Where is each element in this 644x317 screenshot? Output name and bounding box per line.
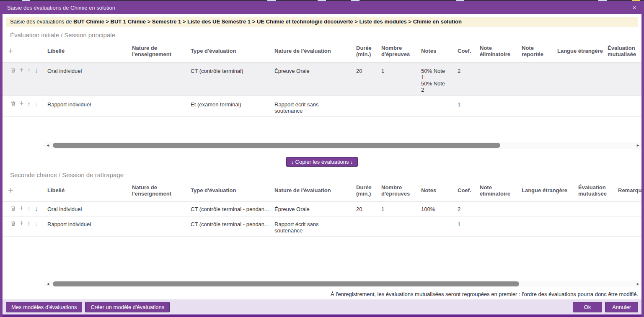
my-templates-button[interactable]: Mes modèles d'évaluations (6, 302, 82, 312)
cell-nature-enseignement (127, 201, 185, 216)
delete-icon[interactable] (10, 101, 16, 107)
insert-row-icon[interactable]: + (19, 101, 24, 107)
horizontal-scrollbar[interactable]: ◄ ► (44, 281, 641, 287)
insert-row-icon[interactable]: + (19, 220, 24, 227)
col-nature-evaluation: Nature de l'évaluation (269, 40, 351, 62)
session1-title: Évaluation initiale / Session principale (10, 31, 641, 39)
dialog-bottom-border (3, 314, 641, 317)
evaluation-row[interactable]: + ↑ ↓ Rapport individuel CT (contrôle te… (3, 216, 641, 236)
dialog-footer: Mes modèles d'évaluations Créer un modèl… (3, 299, 641, 314)
cell-type-evaluation: CT (contrôle terminal - pendan... (185, 201, 269, 216)
add-evaluation-button[interactable]: + (8, 46, 13, 57)
scroll-left-icon[interactable]: ◄ (46, 281, 50, 287)
cell-evaluation-mutualisee (602, 62, 641, 95)
cell-nombre-epreuves: 1 (376, 201, 416, 216)
breadcrumb-prefix: Saisie des évaluations de (10, 18, 73, 25)
delete-icon[interactable] (10, 220, 16, 227)
move-down-icon[interactable]: ↓ (34, 205, 39, 211)
scroll-right-icon[interactable]: ► (636, 142, 640, 148)
cell-libelle: Rapport individuel (42, 95, 127, 116)
cell-duree (351, 216, 376, 236)
column-separator (42, 40, 42, 142)
cell-note-eliminatoire (474, 95, 516, 116)
move-up-icon[interactable]: ↑ (27, 67, 31, 73)
cell-coef: 2 (452, 62, 474, 95)
col-nombre-epreuves: Nombre d'épreuves (376, 180, 416, 201)
close-icon[interactable]: × (632, 4, 636, 11)
col-libelle: Libellé (42, 40, 127, 62)
cell-evaluation-mutualisee (573, 201, 613, 216)
scrollbar-thumb[interactable] (53, 143, 500, 148)
cell-remarque (613, 201, 641, 216)
ok-button[interactable]: Ok (573, 302, 603, 312)
mutualized-note: À l'enregistrement, les évaluations mutu… (3, 291, 638, 298)
cell-note-eliminatoire (474, 201, 516, 216)
cell-langue-etrangere (552, 62, 602, 95)
cell-langue-etrangere (516, 216, 573, 236)
cell-nature-enseignement (127, 62, 185, 95)
insert-row-icon[interactable]: + (19, 205, 24, 211)
cell-nature-enseignement (127, 95, 185, 116)
cell-libelle: Oral individuel (42, 62, 127, 95)
cell-nature-evaluation: Rapport écrit sans soutenance (269, 216, 351, 236)
delete-icon[interactable] (10, 205, 16, 211)
move-up-icon[interactable]: ↑ (27, 205, 31, 211)
add-evaluation-button[interactable]: + (8, 185, 13, 196)
horizontal-scrollbar[interactable]: ◄ ► (44, 142, 641, 149)
cell-nature-evaluation: Épreuve Orale (269, 62, 351, 95)
cell-note-reportee (516, 95, 552, 116)
move-up-icon[interactable]: ↑ (27, 101, 31, 107)
col-coef: Coef. (452, 180, 474, 201)
col-notes: Notes (416, 40, 452, 62)
cell-duree: 20 (351, 62, 376, 95)
cell-note-eliminatoire (474, 62, 516, 95)
cell-type-evaluation: CT (contrôle terminal - pendan... (185, 216, 269, 236)
col-duree: Durée (min.) (351, 40, 376, 62)
evaluation-row[interactable]: + ↑ ↓ Oral individuel CT (contrôle termi… (3, 201, 641, 216)
col-notes: Notes (416, 180, 452, 201)
move-down-icon[interactable]: ↓ (34, 67, 39, 73)
cell-nature-enseignement (127, 216, 185, 236)
col-remarque: Remarque (613, 180, 641, 201)
cell-notes: 50% Note 150% Note 2 (416, 62, 452, 95)
session2-title: Seconde chance / Session de rattrapage (10, 171, 641, 179)
copy-evaluations-button[interactable]: ↓ Copier les évaluations ↓ (286, 157, 357, 167)
session2-header-row: + Libellé Nature de l'enseignement Type … (3, 180, 641, 201)
delete-icon[interactable] (10, 67, 16, 73)
cell-note-eliminatoire (474, 216, 516, 236)
col-type-evaluation: Type d'évaluation (185, 180, 269, 201)
cell-type-evaluation: CT (contrôle terminal) (185, 62, 269, 95)
dialog-title: Saisie des évaluations de Chimie en solu… (7, 5, 632, 11)
cell-duree (351, 95, 376, 116)
cell-nature-evaluation: Épreuve Orale (269, 201, 351, 216)
scroll-left-icon[interactable]: ◄ (46, 142, 50, 148)
col-note-eliminatoire: Note éliminatoire (474, 180, 516, 201)
col-type-evaluation: Type d'évaluation (185, 40, 269, 62)
cell-remarque (613, 216, 641, 236)
dialog-titlebar: Saisie des évaluations de Chimie en solu… (3, 1, 641, 14)
scrollbar-thumb[interactable] (53, 281, 519, 286)
cell-libelle: Rapport individuel (42, 216, 127, 236)
col-note-reportee: Note reportée (516, 40, 552, 62)
cell-langue-etrangere (552, 95, 602, 116)
cell-evaluation-mutualisee (573, 216, 613, 236)
scroll-right-icon[interactable]: ► (636, 281, 640, 287)
cell-nombre-epreuves (376, 95, 416, 116)
cell-coef: 1 (452, 95, 474, 116)
session1-table: + Libellé Nature de l'enseignement Type … (3, 40, 641, 142)
move-down-icon: ↓ (34, 101, 39, 107)
move-up-icon[interactable]: ↑ (27, 220, 31, 227)
cancel-button[interactable]: Annuler (605, 302, 638, 312)
col-libelle: Libellé (42, 180, 127, 201)
cell-libelle: Oral individuel (42, 201, 127, 216)
col-langue-etrangere: Langue étrangère (516, 180, 573, 201)
insert-row-icon[interactable]: + (19, 67, 24, 73)
evaluation-row[interactable]: + ↑ ↓ Rapport individuel Et (examen term… (3, 95, 641, 116)
session2-table: + Libellé Nature de l'enseignement Type … (3, 180, 641, 281)
col-duree: Durée (min.) (351, 180, 376, 201)
copy-row: ↓ Copier les évaluations ↓ (3, 157, 641, 167)
create-template-button[interactable]: Créer un modèle d'évaluations (85, 302, 170, 312)
col-nature-enseignement: Nature de l'enseignement (127, 180, 185, 201)
evaluations-dialog: Saisie des évaluations de Chimie en solu… (0, 1, 644, 317)
evaluation-row[interactable]: + ↑ ↓ Oral individuel CT (contrôle termi… (3, 62, 641, 95)
